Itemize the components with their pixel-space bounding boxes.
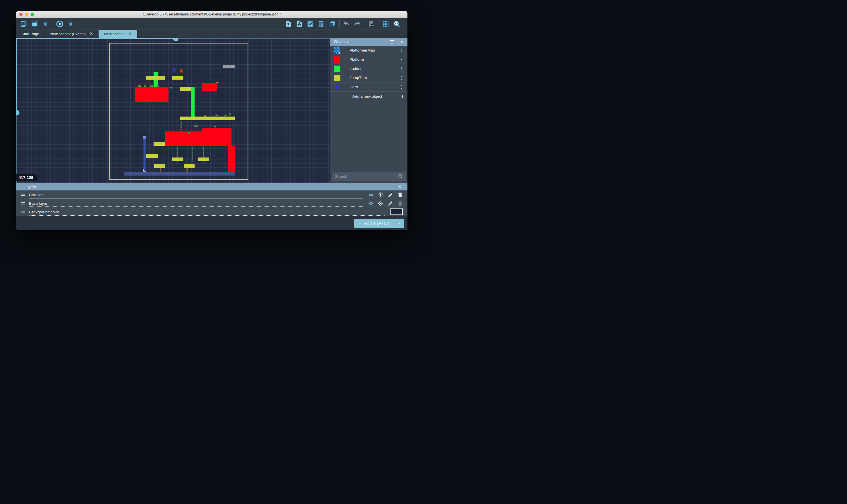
horizontal-scrollbar[interactable]: [16, 38, 330, 39]
layer-name-field[interactable]: Background color: [29, 208, 385, 216]
scene-post[interactable]: [187, 168, 188, 172]
visibility-icon[interactable]: [368, 201, 374, 206]
object-menu-kebab-icon[interactable]: ⋮: [399, 66, 405, 71]
scene-bricks[interactable]: [223, 65, 235, 68]
add-new-object-button[interactable]: Add a new object +: [330, 92, 407, 101]
layer-name-field[interactable]: Collision: [29, 191, 363, 199]
tab-new-scene2-events-[interactable]: New scene2 (Events)✕: [45, 30, 99, 38]
scene-mushroom[interactable]: [216, 82, 218, 83]
debug-preview-icon[interactable]: [67, 20, 74, 28]
object-menu-kebab-icon[interactable]: ⋮: [399, 48, 405, 53]
scene-ladder-instance[interactable]: [154, 72, 158, 88]
play-preview-icon[interactable]: [56, 20, 64, 28]
scene-platform-instance[interactable]: [165, 131, 231, 146]
layer-row-collision[interactable]: Collision: [16, 191, 407, 199]
object-search-input[interactable]: [335, 174, 398, 179]
minimize-button[interactable]: [25, 13, 28, 16]
vertical-scrollbar-thumb[interactable]: [16, 110, 19, 115]
scene-grass-tuft[interactable]: [170, 87, 172, 89]
scene-jumpthru-instance[interactable]: [180, 87, 191, 91]
effects-icon[interactable]: [378, 192, 383, 198]
scene-grass-tuft[interactable]: [229, 113, 231, 114]
object-menu-kebab-icon[interactable]: ⋮: [399, 57, 405, 62]
tab-close-icon[interactable]: ✕: [90, 32, 93, 36]
scene-canvas[interactable]: 417;139: [16, 38, 330, 183]
scene-pole[interactable]: [144, 137, 145, 172]
scene-platform-instance[interactable]: [228, 146, 235, 172]
object-row-jumpthru[interactable]: JumpThru⋮: [330, 73, 407, 83]
open-object-groups-icon[interactable]: [296, 20, 303, 28]
add-layer-dropdown-arrow-icon[interactable]: ▼: [394, 219, 404, 228]
scene-jumpthru-instance[interactable]: [154, 164, 165, 168]
layer-row-base-layer[interactable]: Base layer: [16, 199, 407, 208]
add-layer-button[interactable]: + ADD A LAYER ▼: [354, 219, 405, 228]
toggle-grid-icon[interactable]: [382, 20, 390, 28]
scene-jumpthru-instance[interactable]: [172, 76, 183, 79]
titlebar[interactable]: GDevelop 5 - /Users/florian/Documents/GD…: [16, 11, 407, 18]
scene-platform-instance[interactable]: [135, 87, 169, 102]
scene-vine[interactable]: [180, 121, 182, 131]
scene-jumpthru-instance[interactable]: [146, 76, 165, 79]
close-icon[interactable]: ✕: [400, 39, 404, 44]
object-row-hero[interactable]: Hero⋮: [330, 83, 407, 92]
visibility-icon[interactable]: [368, 192, 374, 198]
object-search-box[interactable]: [332, 173, 406, 181]
scene-jumpthru-instance[interactable]: [198, 158, 210, 161]
layer-name-field[interactable]: Base layer: [29, 199, 363, 208]
effects-icon[interactable]: [378, 201, 383, 206]
object-menu-kebab-icon[interactable]: ⋮: [399, 84, 405, 90]
vertical-scrollbar[interactable]: [16, 38, 17, 183]
undo-icon[interactable]: [342, 20, 350, 28]
open-objects-panel-icon[interactable]: [284, 20, 292, 28]
scene-marker[interactable]: [143, 169, 146, 172]
horizontal-scrollbar-thumb[interactable]: [173, 38, 178, 41]
scene-grass-tuft[interactable]: [144, 85, 146, 87]
scene-pole-cap[interactable]: [143, 136, 146, 139]
open-instances-list-icon[interactable]: [317, 20, 325, 28]
debugger-icon[interactable]: [41, 20, 49, 28]
scene-ground[interactable]: [124, 172, 235, 176]
object-row-platform[interactable]: Platform⋮: [330, 55, 407, 64]
scene-chain[interactable]: [192, 147, 193, 163]
open-properties-icon[interactable]: [306, 20, 314, 28]
scene-chain[interactable]: [234, 68, 235, 116]
scene-jumpthru-instance[interactable]: [154, 142, 165, 146]
close-button[interactable]: [19, 13, 23, 16]
scene-grass-tuft[interactable]: [204, 115, 206, 116]
scene-grass-tuft[interactable]: [151, 85, 153, 87]
tab-start-page[interactable]: Start Page: [16, 30, 45, 38]
tab-close-icon[interactable]: ✕: [129, 32, 132, 36]
scene-platform-instance[interactable]: [202, 83, 217, 91]
scene-post[interactable]: [160, 168, 161, 172]
scene-grass-tuft[interactable]: [224, 115, 227, 116]
object-row-platformermap[interactable]: PlatformerMap⋮: [330, 46, 407, 55]
scene-jumpthru-instance[interactable]: [172, 158, 183, 161]
object-row-ladder[interactable]: Ladder⋮: [330, 64, 407, 73]
close-icon[interactable]: ✕: [398, 184, 402, 189]
layer-row-background-color[interactable]: Background color: [16, 208, 407, 216]
zoom-original-icon[interactable]: 1:1: [393, 20, 401, 28]
edit-icon[interactable]: [388, 192, 393, 198]
scene-jumpthru-instance[interactable]: [184, 164, 195, 168]
delete-icon[interactable]: [398, 192, 403, 198]
scene-platform-instance[interactable]: [202, 128, 232, 131]
scene-jumpthru-instance[interactable]: [180, 116, 235, 120]
maximize-button[interactable]: [31, 13, 34, 16]
project-manager-icon[interactable]: [20, 20, 28, 28]
scene-editor-icon[interactable]: [31, 20, 38, 28]
scene-enemy-instance[interactable]: [180, 69, 182, 72]
delete-icon[interactable]: [398, 201, 403, 206]
background-color-swatch[interactable]: [390, 209, 403, 215]
drag-handle-icon[interactable]: [21, 202, 25, 204]
drag-handle-icon[interactable]: [21, 211, 25, 213]
object-menu-kebab-icon[interactable]: ⋮: [399, 75, 405, 80]
open-layers-panel-icon[interactable]: [328, 20, 336, 28]
scene-grass-tuft[interactable]: [214, 126, 216, 127]
scene-grass-tuft[interactable]: [157, 85, 159, 87]
scene-plant[interactable]: [188, 132, 190, 134]
edit-icon[interactable]: [388, 201, 393, 206]
tab-new-scene2[interactable]: New scene2✕: [99, 30, 138, 38]
scene-plant[interactable]: [194, 125, 198, 127]
scene-grass-tuft[interactable]: [215, 114, 218, 116]
redo-icon[interactable]: [353, 20, 361, 28]
